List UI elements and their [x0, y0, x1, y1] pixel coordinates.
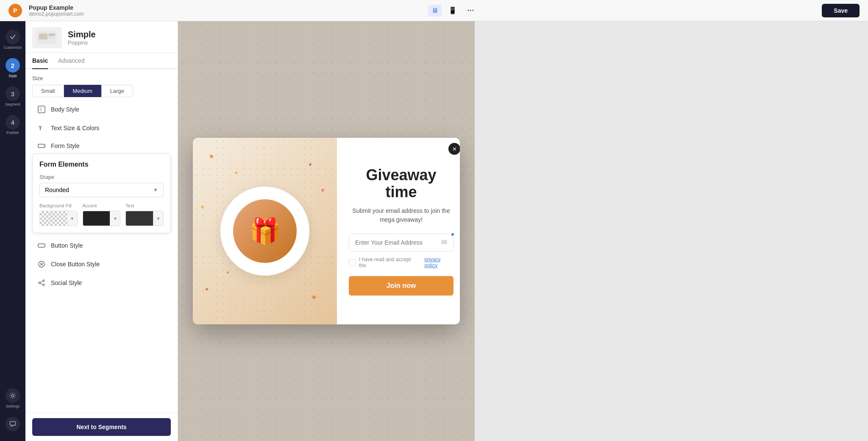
chevron-down-icon: ▼: [153, 187, 158, 193]
form-elements-panel: Form Elements Shape Rounded ▼ Background…: [32, 154, 171, 233]
size-label: Size: [32, 75, 171, 81]
sidebar-item-style[interactable]: 2 Style: [0, 54, 25, 82]
black-swatch: [83, 211, 110, 226]
size-medium-button[interactable]: Medium: [64, 85, 101, 97]
chevron-accent-icon: ▼: [110, 211, 120, 226]
panel-tabs: Basic Advanced: [25, 53, 178, 69]
svg-point-17: [43, 284, 45, 286]
accent-swatch[interactable]: ▼: [83, 211, 121, 226]
email-icon: ✉: [435, 238, 453, 247]
button-style-label: Button Style: [51, 242, 83, 249]
sidebar-item-settings[interactable]: Settings: [0, 384, 25, 413]
brand-domain: demo2.popupsmart.com: [29, 11, 83, 17]
size-small-button[interactable]: Small: [32, 85, 64, 97]
theme-thumbnail: [32, 27, 62, 48]
popup-card: 🎁 ✕ Giveaway time Submit your email addr…: [193, 138, 460, 324]
social-style-item[interactable]: Social Style: [32, 274, 171, 292]
tab-advanced[interactable]: Advanced: [58, 53, 84, 68]
size-buttons: Small Medium Large: [32, 85, 171, 97]
mobile-view-button[interactable]: 📱: [445, 4, 460, 17]
text-size-colors-item[interactable]: T Text Size & Colors: [32, 119, 171, 137]
close-button-style-icon: [37, 260, 46, 268]
chat-icon: [9, 421, 16, 427]
brand-logo: P: [8, 4, 22, 17]
settings-icon: [9, 392, 16, 399]
gift-circle: 🎁: [220, 187, 309, 276]
tab-basic[interactable]: Basic: [32, 53, 48, 69]
svg-rect-7: [39, 107, 42, 112]
bg-fill-group: Background Fill ▼: [39, 203, 78, 226]
sidebar-item-settings-label: Settings: [6, 404, 20, 408]
checkered-swatch: [40, 211, 67, 226]
sidebar-item-publish-label: Publish: [6, 131, 19, 135]
next-to-segments-button[interactable]: Next to Segments: [32, 418, 171, 436]
text-color-group: Text ▼: [125, 203, 164, 226]
sidebar-item-customize[interactable]: Customize: [0, 25, 25, 54]
gift-inner-circle: 🎁: [233, 199, 297, 263]
popup-title: Giveaway time: [349, 167, 453, 200]
body-style-item[interactable]: Body Style: [32, 100, 171, 118]
privacy-checkbox[interactable]: [349, 259, 356, 266]
join-button[interactable]: Join now: [349, 276, 453, 296]
bg-fill-swatch[interactable]: ▼: [39, 211, 78, 226]
sidebar-item-style-label: Style: [8, 74, 17, 78]
sidebar: Customize 2 Style 3 Segment 4 Publish Se…: [0, 21, 25, 441]
text-color-swatch[interactable]: ▼: [125, 211, 164, 226]
desktop-view-button[interactable]: 🖥: [428, 5, 442, 17]
accent-label: Accent: [83, 203, 121, 208]
popup-close-button[interactable]: ✕: [448, 143, 460, 155]
shape-dropdown[interactable]: Rounded ▼: [39, 183, 164, 197]
form-style-header[interactable]: Form Style: [32, 137, 171, 152]
theme-name: Simple: [68, 30, 96, 39]
sidebar-item-chat[interactable]: [0, 413, 25, 437]
svg-point-15: [43, 280, 45, 282]
color-row: Background Fill ▼ Accent ▼: [39, 203, 164, 226]
close-button-style-item[interactable]: Close Button Style: [32, 255, 171, 273]
body-style-label: Body Style: [51, 106, 79, 113]
text-color-label: Text: [125, 203, 164, 208]
panel-content: Size Small Medium Large Body Style: [25, 69, 178, 413]
email-input[interactable]: [349, 234, 435, 251]
theme-font: Poppins: [68, 39, 96, 46]
shape-value: Rounded: [45, 187, 69, 193]
brand-name: Popup Example: [29, 4, 83, 11]
chevron-text-icon: ▼: [153, 211, 163, 226]
sidebar-item-customize-label: Customize: [4, 45, 22, 50]
bg-fill-label: Background Fill: [39, 203, 78, 208]
svg-line-18: [40, 281, 43, 282]
panel-bottom: Next to Segments: [25, 413, 178, 441]
privacy-link[interactable]: privacy policy: [425, 257, 454, 268]
device-switcher: 🖥 📱 ···: [428, 3, 478, 17]
form-elements-title: Form Elements: [39, 161, 164, 168]
shape-label: Shape: [39, 174, 164, 180]
privacy-text: I have read and accept the: [359, 257, 416, 268]
svg-rect-11: [38, 244, 45, 247]
menu-list-top: Body Style T Text Size & Colors: [25, 100, 178, 137]
button-style-icon: [37, 241, 46, 250]
social-style-label: Social Style: [51, 279, 82, 286]
preview-area: 🎁 ✕ Giveaway time Submit your email addr…: [178, 21, 475, 441]
panel-header: Simple Poppins: [25, 21, 178, 53]
close-button-style-label: Close Button Style: [51, 261, 100, 268]
button-style-item[interactable]: Button Style: [32, 237, 171, 254]
svg-rect-3: [39, 33, 47, 39]
svg-rect-1: [10, 421, 16, 425]
save-button[interactable]: Save: [822, 4, 860, 17]
form-style-icon: [37, 142, 46, 150]
social-style-icon: [37, 279, 46, 287]
body-style-icon: [37, 105, 46, 114]
more-options-button[interactable]: ···: [464, 3, 478, 17]
popup-right-panel: ✕ Giveaway time Submit your email addres…: [337, 138, 460, 324]
svg-line-19: [40, 283, 43, 285]
sidebar-item-segment-label: Segment: [5, 102, 20, 106]
check-icon: [9, 33, 16, 40]
email-input-row: ✉: [349, 234, 453, 251]
menu-list-bottom: Button Style Close Button Style Social S…: [25, 235, 178, 293]
accent-group: Accent ▼: [83, 203, 121, 226]
size-large-button[interactable]: Large: [101, 85, 133, 97]
svg-point-0: [12, 395, 14, 397]
chevron-bg-icon: ▼: [67, 211, 77, 226]
svg-rect-4: [48, 33, 55, 36]
sidebar-item-segment[interactable]: 3 Segment: [0, 82, 25, 111]
sidebar-item-publish[interactable]: 4 Publish: [0, 111, 25, 139]
